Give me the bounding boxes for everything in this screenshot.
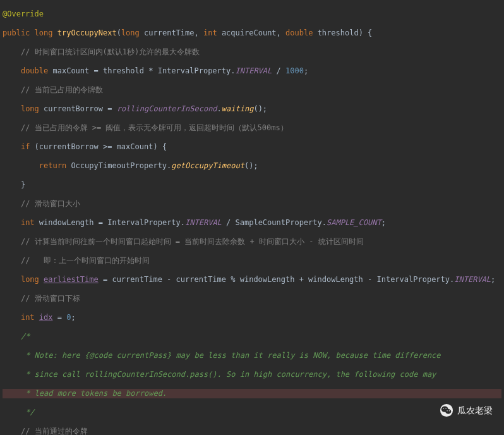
kw-public: public [3, 28, 30, 37]
watermark-text: 瓜农老梁 [457, 406, 493, 415]
svg-point-3 [443, 408, 445, 409]
svg-point-2 [445, 409, 451, 414]
svg-point-5 [447, 410, 447, 411]
watermark: 瓜农老梁 [440, 403, 493, 417]
comment: // 时间窗口统计区间内(默认1秒)允许的最大令牌数 [21, 47, 200, 56]
annotation: @Override [3, 9, 44, 18]
method-name: tryOccupyNext [57, 28, 117, 37]
svg-point-6 [449, 410, 450, 411]
code-editor: @Override public long tryOccupyNext(long… [0, 0, 504, 435]
wechat-icon [440, 403, 453, 417]
svg-point-4 [445, 408, 447, 409]
